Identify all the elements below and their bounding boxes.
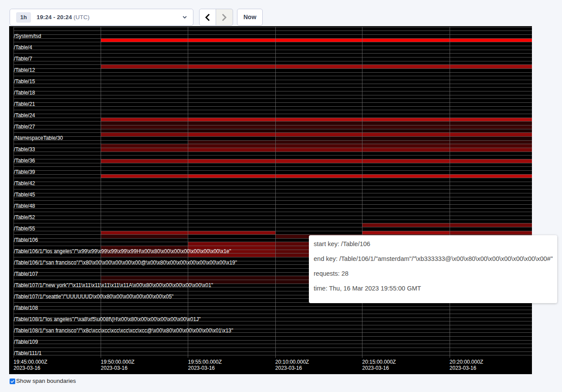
svg-text:/Table/106: /Table/106 — [14, 237, 38, 243]
svg-text:2023-03-16: 2023-03-16 — [14, 365, 41, 371]
svg-text:2023-03-16: 2023-03-16 — [188, 365, 215, 371]
svg-text:/Table/106/1/"san francisco"/": /Table/106/1/"san francisco"/"\x80\x00\x… — [14, 260, 237, 266]
svg-text:/Table/15: /Table/15 — [14, 78, 35, 84]
svg-text:/Table/21: /Table/21 — [14, 101, 35, 107]
svg-text:/Table/107: /Table/107 — [14, 271, 38, 277]
svg-text:/System/tsd: /System/tsd — [14, 33, 41, 39]
svg-text:/Table/33: /Table/33 — [14, 146, 35, 152]
svg-text:19:55:00.000Z: 19:55:00.000Z — [188, 359, 222, 365]
svg-text:2023-03-16: 2023-03-16 — [362, 365, 389, 371]
svg-text:20:10:00.000Z: 20:10:00.000Z — [275, 359, 309, 365]
svg-text:/Table/108: /Table/108 — [14, 305, 38, 311]
svg-text:/Table/108/1/"san francisco"/": /Table/108/1/"san francisco"/"\x8c\xcc\x… — [14, 328, 233, 334]
svg-text:/Table/42: /Table/42 — [14, 180, 35, 186]
svg-text:/NamespaceTable/30: /NamespaceTable/30 — [14, 135, 63, 141]
svg-text:2023-03-16: 2023-03-16 — [275, 365, 302, 371]
svg-text:/Table/109: /Table/109 — [14, 339, 38, 345]
svg-text:/Table/45: /Table/45 — [14, 192, 35, 198]
svg-text:2023-03-16: 2023-03-16 — [101, 365, 128, 371]
svg-text:20:20:00.000Z: 20:20:00.000Z — [450, 359, 483, 365]
svg-text:/Table/107/1/"new york"/"\x11\: /Table/107/1/"new york"/"\x11\x11\x11\x1… — [14, 282, 213, 288]
svg-text:/Table/52: /Table/52 — [14, 214, 35, 220]
svg-text:/Table/4: /Table/4 — [14, 44, 32, 51]
svg-text:/Table/27: /Table/27 — [14, 124, 35, 130]
svg-text:/Table/107/1/"seattle"/"UUUUUU: /Table/107/1/"seattle"/"UUUUUUD\x00\x80\… — [14, 294, 174, 300]
svg-text:19:50:00.000Z: 19:50:00.000Z — [101, 359, 134, 365]
svg-text:/Table/24: /Table/24 — [14, 112, 35, 118]
svg-text:/Table/55: /Table/55 — [14, 226, 35, 232]
svg-text:/Table/12: /Table/12 — [14, 67, 35, 73]
svg-text:/Table/39: /Table/39 — [14, 169, 35, 175]
svg-text:/Table/7: /Table/7 — [14, 56, 32, 62]
svg-text:/Table/48: /Table/48 — [14, 203, 35, 209]
svg-text:/Table/36: /Table/36 — [14, 158, 35, 164]
svg-text:19:45:00.000Z: 19:45:00.000Z — [14, 359, 47, 365]
svg-text:/Table/108/1/"los angeles"/"\x: /Table/108/1/"los angeles"/"\xa8\xf5\u00… — [14, 316, 201, 322]
svg-text:2023-03-16: 2023-03-16 — [450, 365, 477, 371]
svg-text:/Table/106/1/"los angeles"/"\x: /Table/106/1/"los angeles"/"\x99\x99\x99… — [14, 248, 231, 254]
svg-text:20:15:00.000Z: 20:15:00.000Z — [362, 359, 396, 365]
svg-text:/Table/111/1: /Table/111/1 — [14, 350, 42, 356]
svg-text:/Table/18: /Table/18 — [14, 90, 35, 96]
